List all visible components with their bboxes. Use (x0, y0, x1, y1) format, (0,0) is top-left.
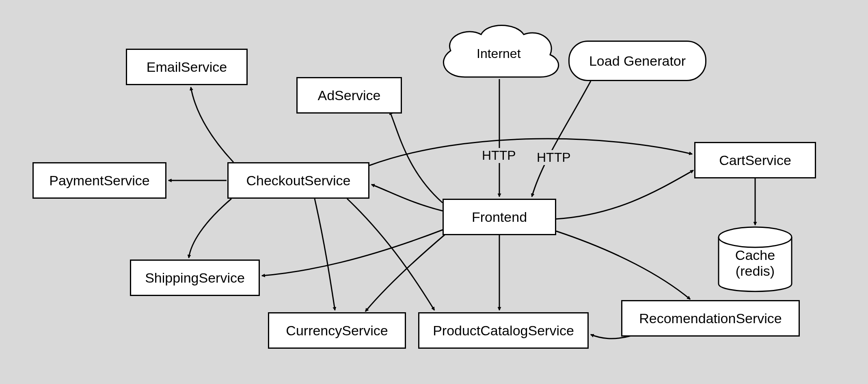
edge-loadgen-frontend (532, 81, 591, 197)
edge-checkout-productcatalog (347, 199, 434, 310)
node-currencyservice: CurrencyService (268, 312, 406, 349)
svg-point-0 (719, 227, 792, 247)
node-productcatalogservice: ProductCatalogService (418, 312, 589, 349)
edge-checkout-email (191, 87, 233, 162)
cache-label-2: (redis) (736, 263, 775, 279)
node-cartservice: CartService (694, 142, 816, 178)
node-internet: Internet (476, 46, 522, 61)
node-recomendationservice: RecomendationService (621, 300, 800, 337)
cache-label-1: Cache (735, 247, 775, 263)
architecture-diagram: Internet Cache (redis) Load Generator Fr… (0, 0, 868, 384)
node-checkoutservice: CheckoutService (227, 162, 369, 199)
node-cache: Cache (redis) (719, 247, 792, 279)
edge-frontend-currency (365, 233, 447, 311)
edge-checkout-currency (315, 199, 335, 310)
node-adservice: AdService (296, 77, 402, 114)
edge-frontend-recommendation (556, 231, 690, 299)
node-paymentservice: PaymentService (32, 162, 166, 199)
node-frontend: Frontend (443, 199, 556, 235)
edge-label-internet-http: HTTP (481, 148, 517, 163)
node-shippingservice: ShippingService (130, 260, 260, 296)
edge-checkout-shipping (189, 199, 231, 258)
edge-frontend-adservice (390, 112, 443, 203)
node-emailservice: EmailService (126, 49, 248, 85)
edge-frontend-cart (556, 170, 693, 219)
edge-frontend-checkout (371, 184, 443, 211)
edge-label-loadgen-http: HTTP (536, 150, 572, 165)
edge-frontend-shipping (262, 229, 445, 276)
edge-checkout-cart (369, 139, 692, 165)
node-load-generator: Load Generator (568, 41, 706, 81)
